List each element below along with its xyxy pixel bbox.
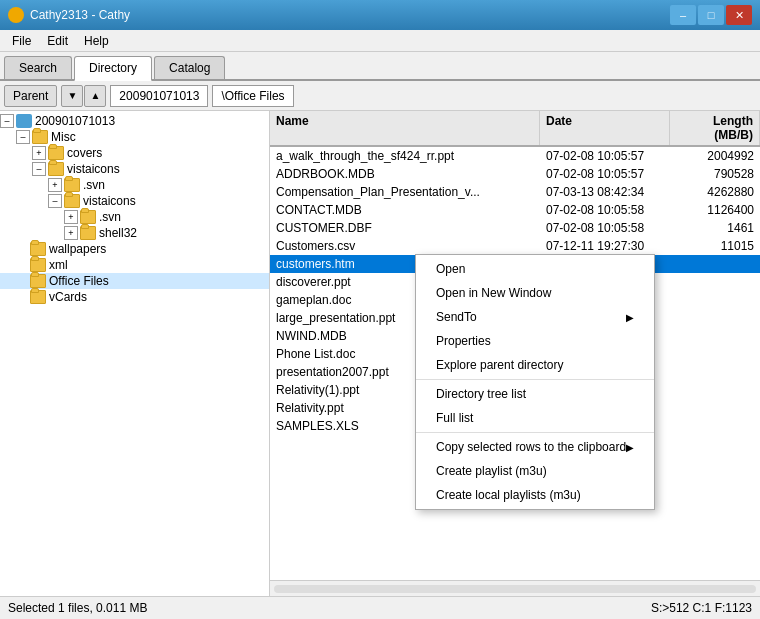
minimize-button[interactable]: – bbox=[670, 5, 696, 25]
tree-label-xml: xml bbox=[49, 258, 68, 272]
ctx-item-label: Explore parent directory bbox=[436, 358, 563, 372]
drive-icon bbox=[16, 114, 32, 128]
file-cell-size: 790528 bbox=[670, 166, 760, 182]
tree-item-office-files[interactable]: Office Files bbox=[0, 273, 269, 289]
close-button[interactable]: ✕ bbox=[726, 5, 752, 25]
folder-icon-svn2 bbox=[80, 210, 96, 224]
tree-toggle-svn1[interactable]: + bbox=[48, 178, 62, 192]
folder-icon-office-files bbox=[30, 274, 46, 288]
tree-item-root[interactable]: – 200901071013 bbox=[0, 113, 269, 129]
ctx-item-label: Open in New Window bbox=[436, 286, 551, 300]
nav-fwd-arrow[interactable]: ▲ bbox=[84, 85, 106, 107]
tree-label-office-files: Office Files bbox=[49, 274, 109, 288]
ctx-item[interactable]: Copy selected rows to the clipboard▶ bbox=[416, 435, 654, 459]
col-header-length[interactable]: Length (MB/B) bbox=[670, 111, 760, 145]
ctx-item[interactable]: Create local playlists (m3u) bbox=[416, 483, 654, 507]
file-cell-date: 07-02-08 10:05:57 bbox=[540, 166, 670, 182]
file-row[interactable]: Customers.csv07-12-11 19:27:3011015 bbox=[270, 237, 760, 255]
folder-icon-xml bbox=[30, 258, 46, 272]
scroll-track[interactable] bbox=[274, 585, 756, 593]
tree-item-svn1[interactable]: + .svn bbox=[0, 177, 269, 193]
horizontal-scrollbar[interactable] bbox=[270, 580, 760, 596]
ctx-item-label: Properties bbox=[436, 334, 491, 348]
ctx-item[interactable]: Open bbox=[416, 257, 654, 281]
tree-label-shell32: shell32 bbox=[99, 226, 137, 240]
file-cell-size: 1126400 bbox=[670, 202, 760, 218]
tab-bar: Search Directory Catalog bbox=[0, 52, 760, 81]
tree-label-misc: Misc bbox=[51, 130, 76, 144]
file-row[interactable]: CUSTOMER.DBF07-02-08 10:05:581461 bbox=[270, 219, 760, 237]
parent-button[interactable]: Parent bbox=[4, 85, 57, 107]
col-header-name[interactable]: Name bbox=[270, 111, 540, 145]
tree-label-vcards: vCards bbox=[49, 290, 87, 304]
ctx-item[interactable]: Explore parent directory bbox=[416, 353, 654, 377]
tree-toggle-misc[interactable]: – bbox=[16, 130, 30, 144]
path-root: 200901071013 bbox=[110, 85, 208, 107]
folder-icon-vcards bbox=[30, 290, 46, 304]
tree-label-covers: covers bbox=[67, 146, 102, 160]
status-bar: Selected 1 files, 0.011 MB S:>512 C:1 F:… bbox=[0, 596, 760, 618]
menu-bar: File Edit Help bbox=[0, 30, 760, 52]
file-cell-size: 11015 bbox=[670, 238, 760, 254]
ctx-item-label: Copy selected rows to the clipboard bbox=[436, 440, 626, 454]
tree-panel[interactable]: – 200901071013 – Misc + covers – vistaic… bbox=[0, 111, 270, 596]
file-cell-size: 1461 bbox=[670, 220, 760, 236]
ctx-item[interactable]: Open in New Window bbox=[416, 281, 654, 305]
file-cell-date: 07-02-08 10:05:58 bbox=[540, 220, 670, 236]
tree-item-covers[interactable]: + covers bbox=[0, 145, 269, 161]
tree-toggle-svn2[interactable]: + bbox=[64, 210, 78, 224]
tree-toggle-covers[interactable]: + bbox=[32, 146, 46, 160]
nav-back-arrow[interactable]: ▼ bbox=[61, 85, 83, 107]
tree-toggle-vistaicons[interactable]: – bbox=[32, 162, 46, 176]
tree-label-vistaicons-sub: vistaicons bbox=[83, 194, 136, 208]
tree-label-wallpapers: wallpapers bbox=[49, 242, 106, 256]
menu-edit[interactable]: Edit bbox=[39, 32, 76, 50]
tree-item-vcards[interactable]: vCards bbox=[0, 289, 269, 305]
file-cell-size bbox=[670, 353, 760, 355]
ctx-item[interactable]: Full list bbox=[416, 406, 654, 430]
menu-file[interactable]: File bbox=[4, 32, 39, 50]
tree-item-vistaicons-sub[interactable]: – vistaicons bbox=[0, 193, 269, 209]
ctx-item[interactable]: SendTo▶ bbox=[416, 305, 654, 329]
tree-label-root: 200901071013 bbox=[35, 114, 115, 128]
tree-item-wallpapers[interactable]: wallpapers bbox=[0, 241, 269, 257]
file-row[interactable]: ADDRBOOK.MDB07-02-08 10:05:57790528 bbox=[270, 165, 760, 183]
nav-arrows: ▼ ▲ bbox=[61, 85, 106, 107]
ctx-item[interactable]: Directory tree list bbox=[416, 382, 654, 406]
ctx-item[interactable]: Properties bbox=[416, 329, 654, 353]
ctx-separator bbox=[416, 432, 654, 433]
tree-item-misc[interactable]: – Misc bbox=[0, 129, 269, 145]
tree-item-svn2[interactable]: + .svn bbox=[0, 209, 269, 225]
file-cell-name: CUSTOMER.DBF bbox=[270, 220, 540, 236]
file-row[interactable]: CONTACT.MDB07-02-08 10:05:581126400 bbox=[270, 201, 760, 219]
file-cell-date: 07-03-13 08:42:34 bbox=[540, 184, 670, 200]
ctx-item-label: Directory tree list bbox=[436, 387, 526, 401]
tab-search[interactable]: Search bbox=[4, 56, 72, 79]
maximize-button[interactable]: □ bbox=[698, 5, 724, 25]
file-cell-name: Customers.csv bbox=[270, 238, 540, 254]
file-row[interactable]: a_walk_through_the_sf424_rr.ppt07-02-08 … bbox=[270, 147, 760, 165]
file-cell-date: 07-02-08 10:05:58 bbox=[540, 202, 670, 218]
folder-icon-svn1 bbox=[64, 178, 80, 192]
tree-toggle-root[interactable]: – bbox=[0, 114, 14, 128]
tab-catalog[interactable]: Catalog bbox=[154, 56, 225, 79]
tree-item-xml[interactable]: xml bbox=[0, 257, 269, 273]
status-selection: Selected 1 files, 0.011 MB bbox=[8, 601, 147, 615]
ctx-item[interactable]: Create playlist (m3u) bbox=[416, 459, 654, 483]
ctx-item-label: Create playlist (m3u) bbox=[436, 464, 547, 478]
tree-toggle-vistaicons-sub[interactable]: – bbox=[48, 194, 62, 208]
tree-label-vistaicons: vistaicons bbox=[67, 162, 120, 176]
tree-item-shell32[interactable]: + shell32 bbox=[0, 225, 269, 241]
file-cell-size bbox=[670, 371, 760, 373]
file-row[interactable]: Compensation_Plan_Presentation_v...07-03… bbox=[270, 183, 760, 201]
menu-help[interactable]: Help bbox=[76, 32, 117, 50]
context-menu: OpenOpen in New WindowSendTo▶PropertiesE… bbox=[415, 254, 655, 510]
ctx-arrow-icon: ▶ bbox=[626, 312, 634, 323]
window-title: Cathy2313 - Cathy bbox=[30, 8, 130, 22]
col-header-date[interactable]: Date bbox=[540, 111, 670, 145]
file-cell-size bbox=[670, 281, 760, 283]
tree-item-vistaicons[interactable]: – vistaicons bbox=[0, 161, 269, 177]
tree-toggle-shell32[interactable]: + bbox=[64, 226, 78, 240]
file-cell-size: 4262880 bbox=[670, 184, 760, 200]
tab-directory[interactable]: Directory bbox=[74, 56, 152, 81]
